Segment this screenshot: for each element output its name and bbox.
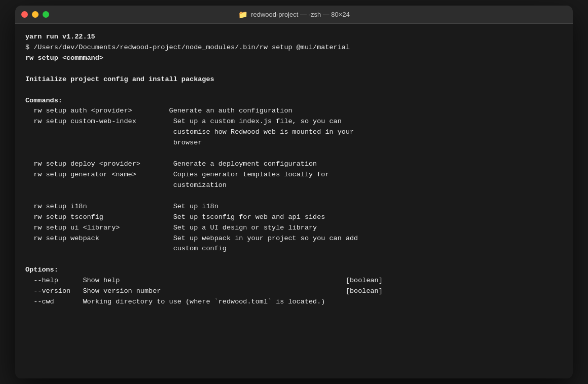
cmd-custom-web-index-3: browser [25, 138, 563, 148]
maximize-button[interactable] [43, 11, 49, 18]
yarn-version-line: yarn run v1.22.15 [25, 32, 563, 43]
blank-line-4 [25, 191, 563, 202]
cmd-webpack-1: rw setup webpack Set up webpack in your … [25, 234, 563, 244]
terminal-window: 📁 redwood-project — -zsh — 80×24 yarn ru… [15, 6, 573, 378]
folder-icon: 📁 [238, 10, 248, 19]
window-title: 📁 redwood-project — -zsh — 80×24 [238, 10, 350, 19]
title-text: redwood-project — -zsh — 80×24 [251, 11, 350, 18]
titlebar: 📁 redwood-project — -zsh — 80×24 [15, 6, 573, 24]
cmd-tsconfig: rw setup tsconfig Set up tsconfig for we… [25, 212, 563, 223]
blank-line-3 [25, 148, 563, 159]
opt-cwd: --cwd Working directory to use (where `r… [25, 297, 563, 308]
cmd-deploy: rw setup deploy <provider> Generate a de… [25, 159, 563, 170]
rw-command: rw setup <commmand> [25, 53, 563, 64]
cmd-auth: rw setup auth <provider> Generate an aut… [25, 106, 563, 117]
blank-line-2 [25, 85, 563, 96]
init-line: Initialize project config and install pa… [25, 74, 563, 85]
cmd-webpack-2: custom config [25, 244, 563, 254]
terminal-body[interactable]: yarn run v1.22.15 $ /Users/dev/Documents… [15, 24, 573, 378]
options-header: Options: [25, 265, 563, 276]
blank-line-5 [25, 254, 563, 265]
close-button[interactable] [21, 11, 28, 18]
prompt-line: $ /Users/dev/Documents/redwood-project/n… [25, 43, 563, 53]
cmd-i18n: rw setup i18n Set up i18n [25, 202, 563, 212]
traffic-lights [21, 11, 49, 18]
cmd-custom-web-index-1: rw setup custom-web-index Set up a custo… [25, 117, 563, 127]
opt-help: --help Show help [boolean] [25, 276, 563, 286]
minimize-button[interactable] [32, 11, 39, 18]
cmd-custom-web-index-2: customise how Redwood web is mounted in … [25, 127, 563, 138]
opt-version: --version Show version number [boolean] [25, 286, 563, 297]
blank-line-1 [25, 64, 563, 74]
commands-header: Commands: [25, 96, 563, 106]
cmd-generator-2: customization [25, 180, 563, 191]
cmd-ui: rw setup ui <library> Set up a UI design… [25, 223, 563, 234]
cmd-generator-1: rw setup generator <name> Copies generat… [25, 170, 563, 180]
